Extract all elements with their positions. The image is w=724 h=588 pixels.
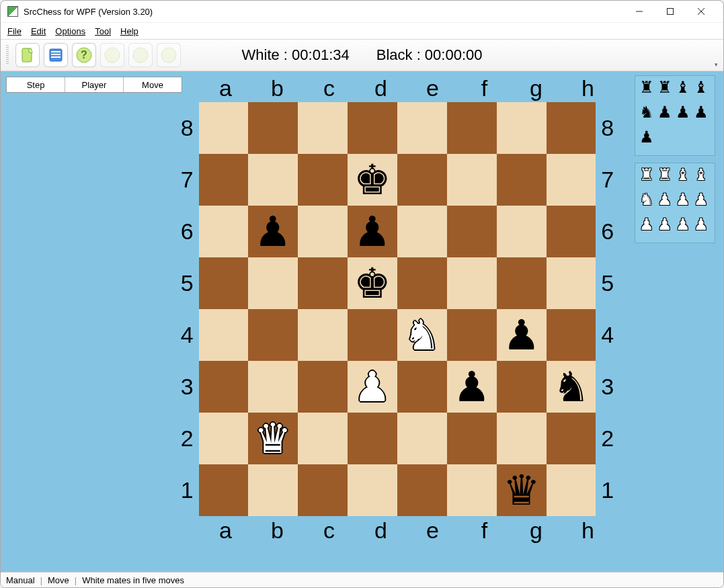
svg-rect-6 xyxy=(51,51,61,52)
col-step[interactable]: Step xyxy=(7,77,65,92)
square-d7[interactable]: ♚ xyxy=(348,154,397,206)
square-a2[interactable] xyxy=(199,413,249,464)
menu-help[interactable]: Help xyxy=(120,26,138,36)
square-a7[interactable] xyxy=(199,154,249,206)
maximize-button[interactable] xyxy=(655,1,686,22)
square-h8[interactable] xyxy=(547,102,596,154)
col-move[interactable]: Move xyxy=(124,77,182,92)
square-c3[interactable] xyxy=(298,361,348,413)
square-b4[interactable] xyxy=(248,309,298,361)
square-e5[interactable] xyxy=(397,257,447,309)
square-d6[interactable]: ♟ xyxy=(348,206,397,257)
square-f6[interactable] xyxy=(447,206,497,257)
square-c7[interactable] xyxy=(298,154,348,206)
square-g1[interactable]: ♛ xyxy=(497,464,547,516)
file-label: f xyxy=(458,74,510,102)
square-e2[interactable] xyxy=(397,413,447,464)
square-e8[interactable] xyxy=(397,102,447,154)
nav-next-button[interactable] xyxy=(157,43,181,67)
nav-first-button[interactable] xyxy=(100,43,124,67)
square-d5[interactable]: ♚ xyxy=(348,257,397,309)
piece-b6[interactable]: ♟ xyxy=(248,206,298,257)
square-b7[interactable] xyxy=(248,154,298,206)
square-d3[interactable]: ♟ xyxy=(348,361,397,413)
minimize-button[interactable] xyxy=(624,1,655,22)
square-c6[interactable] xyxy=(298,206,348,257)
col-player[interactable]: Player xyxy=(65,77,124,92)
square-g2[interactable] xyxy=(497,413,547,464)
piece-g4[interactable]: ♟ xyxy=(497,309,547,361)
square-e1[interactable] xyxy=(397,464,447,516)
square-f8[interactable] xyxy=(447,102,497,154)
square-h1[interactable] xyxy=(547,464,596,516)
square-g6[interactable] xyxy=(497,206,547,257)
square-a1[interactable] xyxy=(199,464,249,516)
piece-d6[interactable]: ♟ xyxy=(348,206,397,257)
square-f2[interactable] xyxy=(447,413,497,464)
square-g4[interactable]: ♟ xyxy=(497,309,547,361)
square-f7[interactable] xyxy=(447,154,497,206)
square-b2[interactable]: ♛ xyxy=(248,413,298,464)
square-b5[interactable] xyxy=(248,257,298,309)
square-c5[interactable] xyxy=(298,257,348,309)
square-e7[interactable] xyxy=(397,154,447,206)
piece-d7[interactable]: ♚ xyxy=(348,154,397,206)
square-b8[interactable] xyxy=(248,102,298,154)
file-label: c xyxy=(303,74,355,102)
square-a5[interactable] xyxy=(199,257,249,309)
square-b6[interactable]: ♟ xyxy=(248,206,298,257)
square-g5[interactable] xyxy=(497,257,547,309)
square-e3[interactable] xyxy=(397,361,447,413)
rank-label: 8 xyxy=(175,102,199,154)
square-f3[interactable]: ♟ xyxy=(447,361,497,413)
square-b1[interactable] xyxy=(248,464,298,516)
piece-h3[interactable]: ♞ xyxy=(547,361,596,413)
square-d4[interactable] xyxy=(348,309,397,361)
square-h3[interactable]: ♞ xyxy=(547,361,596,413)
close-button[interactable] xyxy=(686,1,717,22)
square-f5[interactable] xyxy=(447,257,497,309)
square-b3[interactable] xyxy=(248,361,298,413)
square-h4[interactable] xyxy=(547,309,596,361)
square-d8[interactable] xyxy=(348,102,397,154)
menu-edit[interactable]: Edit xyxy=(31,26,46,36)
square-g7[interactable] xyxy=(497,154,547,206)
square-a6[interactable] xyxy=(199,206,249,257)
square-h2[interactable] xyxy=(547,413,596,464)
status-bar: Manual | Move | White mates in five move… xyxy=(1,572,723,587)
square-f4[interactable] xyxy=(447,309,497,361)
toolbar-overflow-icon[interactable]: ▾ xyxy=(715,61,718,71)
square-h7[interactable] xyxy=(547,154,596,206)
new-game-button[interactable] xyxy=(15,43,40,67)
piece-d5[interactable]: ♚ xyxy=(348,257,397,309)
piece-e4[interactable]: ♞ xyxy=(397,309,447,361)
square-e6[interactable] xyxy=(397,206,447,257)
square-h5[interactable] xyxy=(547,257,596,309)
square-c2[interactable] xyxy=(298,413,348,464)
square-c4[interactable] xyxy=(298,309,348,361)
piece-f3[interactable]: ♟ xyxy=(447,361,497,413)
menu-file[interactable]: File xyxy=(7,26,22,36)
square-g3[interactable] xyxy=(497,361,547,413)
square-h6[interactable] xyxy=(547,206,596,257)
help-button[interactable]: ? xyxy=(72,43,96,67)
piece-b2[interactable]: ♛ xyxy=(248,413,298,464)
square-c8[interactable] xyxy=(298,102,348,154)
square-a3[interactable] xyxy=(199,361,249,413)
square-d1[interactable] xyxy=(348,464,397,516)
menu-options[interactable]: Options xyxy=(55,26,85,36)
square-d2[interactable] xyxy=(348,413,397,464)
file-label: h xyxy=(562,516,614,544)
piece-g1[interactable]: ♛ xyxy=(497,464,547,516)
menu-tool[interactable]: Tool xyxy=(95,26,111,36)
square-e4[interactable]: ♞ xyxy=(397,309,447,361)
square-g8[interactable] xyxy=(497,102,547,154)
open-button[interactable] xyxy=(44,43,68,67)
square-a4[interactable] xyxy=(199,309,249,361)
square-f1[interactable] xyxy=(447,464,497,516)
piece-d3[interactable]: ♟ xyxy=(348,361,397,413)
square-a8[interactable] xyxy=(199,102,249,154)
square-c1[interactable] xyxy=(298,464,348,516)
nav-prev-button[interactable] xyxy=(128,43,153,67)
chess-board[interactable]: ♚♟♟♚♞♟♟♟♞♛♛ xyxy=(199,102,596,516)
